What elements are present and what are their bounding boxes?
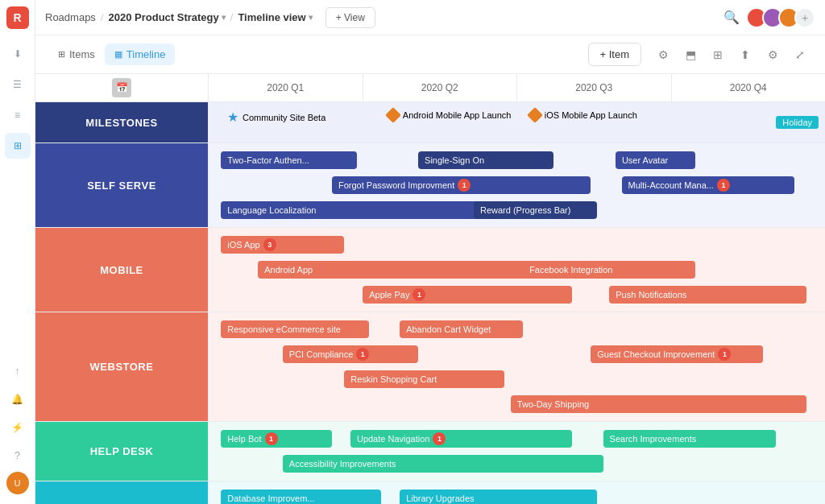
fullscreen-icon-button[interactable]: ⤢ [788, 43, 812, 67]
group-content-milestones: ★ Community Site Beta Android Mobile App… [209, 102, 825, 143]
add-collaborator-button[interactable]: + [794, 7, 815, 28]
bar-reward-progress[interactable]: Reward (Progress Bar) [474, 201, 597, 219]
bar-single-sign-on[interactable]: Single-Sign On [418, 151, 553, 169]
sidebar-inbox[interactable]: ↑ [5, 358, 31, 384]
sidebar: R ⬇ ☰ ≡ ⊞ ↑ 🔔 ⚡ ? U [0, 0, 35, 504]
sidebar-layers[interactable]: ≡ [5, 102, 31, 128]
add-item-label: + Item [600, 48, 630, 60]
breadcrumb-root[interactable]: Roadmaps [45, 11, 96, 23]
group-label-milestones: MILESTONES [35, 102, 209, 143]
group-content-mobile: iOS App3 Android App Facebook Integratio… [209, 228, 825, 312]
bar-two-factor[interactable]: Two-Factor Authen... [221, 151, 356, 169]
group-infrastructure: INFRASTRUCTURE Database Improvem... Libr… [35, 481, 825, 504]
sidebar-roadmap[interactable]: ⊞ [5, 133, 31, 159]
breadcrumb-view[interactable]: Timeline view ▾ [238, 11, 312, 23]
tab-timeline-label: Timeline [126, 48, 166, 60]
milestone-ios-launch[interactable]: iOS Mobile App Launch [529, 109, 637, 121]
share-icon-button[interactable]: ⬒ [678, 43, 703, 67]
breadcrumb-project[interactable]: 2020 Product Strategy ▾ [109, 11, 226, 23]
milestone-android-launch[interactable]: Android Mobile App Launch [388, 109, 512, 121]
bar-reskin-cart[interactable]: Reskin Shopping Cart [344, 370, 504, 388]
milestone-android-label: Android Mobile App Launch [403, 110, 512, 120]
project-dropdown-arrow: ▾ [222, 13, 226, 22]
milestone-community-site[interactable]: ★ Community Site Beta [227, 109, 325, 125]
help-desk-row-1: Help Bot1 Update Navigation1 Search Impr… [209, 428, 825, 450]
bar-library-upgrades[interactable]: Library Upgrades [400, 490, 597, 504]
export-icon-button[interactable]: ⬆ [733, 43, 757, 67]
settings-icon-button[interactable]: ⚙ [761, 43, 785, 67]
grid-icon-button[interactable]: ⊞ [706, 43, 730, 67]
topnav: Roadmaps / 2020 Product Strategy ▾ / Tim… [35, 0, 825, 35]
holiday-label: Holiday [776, 116, 819, 129]
bar-pci-compliance[interactable]: PCI Compliance1 [283, 345, 418, 363]
sidebar-bolt[interactable]: ⚡ [5, 415, 31, 440]
quarter-headers: 📅 2020 Q1 2020 Q2 2020 Q3 2020 Q4 [35, 74, 825, 102]
main-content: 📅 2020 Q1 2020 Q2 2020 Q3 2020 Q4 MILEST… [35, 74, 825, 504]
bar-guest-checkout[interactable]: Guest Checkout Improvement1 [591, 345, 763, 363]
bar-two-day-shipping[interactable]: Two-Day Shipping [511, 395, 806, 413]
bar-abandon-cart[interactable]: Abandon Cart Widget [400, 320, 523, 338]
mobile-row-2: Android App Facebook Integration [209, 258, 825, 281]
diamond-icon [385, 107, 401, 123]
add-item-button[interactable]: + Item [588, 43, 642, 66]
bar-ios-app[interactable]: iOS App3 [221, 236, 344, 254]
group-content-webstore: Responsive eCommerce site Abandon Cart W… [209, 312, 825, 421]
quarter-q4: 2020 Q4 [672, 74, 826, 101]
bar-push-notifications[interactable]: Push Notifications [609, 286, 806, 304]
bar-accessibility[interactable]: Accessibility Improvements [283, 455, 603, 473]
tab-items[interactable]: ⊞ Items [48, 43, 105, 65]
webstore-row-3: Reskin Shopping Cart [209, 368, 825, 390]
bar-android-app[interactable]: Android App [258, 261, 541, 279]
quarter-q2: 2020 Q2 [363, 74, 518, 101]
group-content-infrastructure: Database Improvem... Library Upgrades Up… [209, 481, 825, 504]
bar-forgot-password[interactable]: Forgot Password Improvment1 [332, 176, 591, 194]
tab-items-label: Items [69, 48, 95, 60]
app-logo: R [6, 6, 29, 29]
group-label-webstore: WEBSTORE [35, 312, 209, 421]
bar-user-avatar[interactable]: User Avatar [616, 151, 695, 169]
user-avatar[interactable]: U [6, 472, 29, 494]
self-serve-row-3: Language Localization Reward (Progress B… [209, 199, 825, 221]
milestone-holiday[interactable]: Holiday [776, 117, 819, 128]
mobile-row-3: Apple Pay1 Push Notifications [209, 283, 825, 306]
quarter-q3: 2020 Q3 [517, 74, 672, 101]
collaborators-avatars: + [746, 7, 815, 28]
webstore-row-1: Responsive eCommerce site Abandon Cart W… [209, 318, 825, 341]
self-serve-row-2: Forgot Password Improvment1 Multi-Accoun… [209, 174, 825, 196]
diamond-icon-2 [527, 107, 543, 123]
webstore-row-4: Two-Day Shipping [209, 393, 825, 415]
group-label-self-serve: SELF SERVE [35, 143, 209, 227]
group-self-serve: SELF SERVE Two-Factor Authen... Single-S… [35, 143, 825, 228]
self-serve-row-1: Two-Factor Authen... Single-Sign On User… [209, 149, 825, 171]
sidebar-help[interactable]: ? [5, 443, 31, 469]
star-icon: ★ [227, 109, 238, 125]
bar-search-improvements[interactable]: Search Improvements [603, 430, 776, 448]
bar-facebook-integration[interactable]: Facebook Integration [523, 261, 695, 279]
help-desk-row-2: Accessibility Improvements [209, 452, 825, 475]
milestone-ios-label: iOS Mobile App Launch [545, 110, 637, 120]
bar-apple-pay[interactable]: Apple Pay1 [363, 286, 572, 304]
group-content-help-desk: Help Bot1 Update Navigation1 Search Impr… [209, 422, 825, 481]
bar-update-navigation[interactable]: Update Navigation1 [350, 430, 572, 448]
infra-row-1: Database Improvem... Library Upgrades [209, 487, 825, 504]
sidebar-bell[interactable]: 🔔 [5, 386, 31, 412]
search-icon[interactable]: 🔍 [723, 10, 740, 25]
bar-database-improvements[interactable]: Database Improvem... [221, 490, 381, 504]
bar-help-bot[interactable]: Help Bot1 [221, 430, 332, 448]
label-col-header: 📅 [35, 74, 209, 101]
timeline-container: 📅 2020 Q1 2020 Q2 2020 Q3 2020 Q4 MILEST… [35, 74, 825, 504]
add-view-label: + View [336, 12, 365, 23]
bar-multi-account[interactable]: Multi-Account Mana...1 [622, 176, 794, 194]
sidebar-list[interactable]: ☰ [5, 72, 31, 97]
group-mobile: MOBILE iOS App3 Android App Facebook Int… [35, 228, 825, 312]
mobile-row-1: iOS App3 [209, 233, 825, 256]
breadcrumb: Roadmaps / 2020 Product Strategy ▾ / Tim… [45, 11, 313, 23]
bar-responsive-ecommerce[interactable]: Responsive eCommerce site [221, 320, 369, 338]
group-label-infrastructure: INFRASTRUCTURE [35, 481, 209, 504]
group-help-desk: HELP DESK Help Bot1 Update Navigation1 S… [35, 422, 825, 481]
group-content-self-serve: Two-Factor Authen... Single-Sign On User… [209, 143, 825, 227]
tab-timeline[interactable]: ▦ Timeline [105, 43, 176, 65]
add-view-button[interactable]: + View [325, 7, 375, 28]
sidebar-download[interactable]: ⬇ [5, 41, 31, 67]
filter-icon-button[interactable]: ⚙ [651, 43, 675, 67]
